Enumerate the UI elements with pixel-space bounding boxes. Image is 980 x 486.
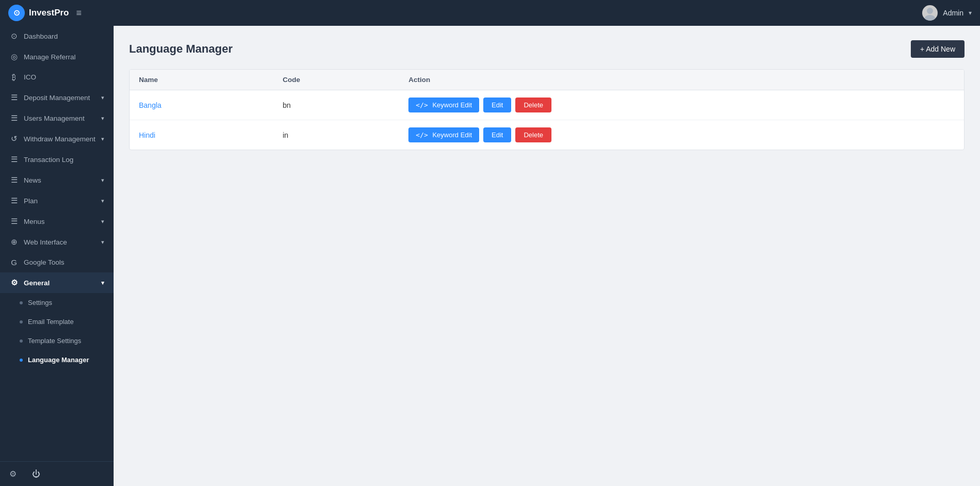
sidebar-item-label: Dashboard — [24, 33, 58, 40]
chevron-down-icon: ▾ — [101, 136, 104, 142]
sidebar-item-dashboard[interactable]: ⊙ Dashboard — [0, 26, 114, 46]
main-content: Language Manager + Add New Name Code Act… — [114, 26, 980, 486]
sidebar-item-plan[interactable]: ☰ Plan ▾ — [0, 190, 114, 211]
dashboard-icon: ⊙ — [9, 31, 19, 41]
transaction-icon: ☰ — [9, 155, 19, 164]
sidebar-item-template-settings[interactable]: Template Settings — [0, 331, 114, 350]
sidebar-item-google-tools[interactable]: G Google Tools — [0, 252, 114, 272]
svg-point-1 — [925, 15, 935, 21]
google-icon: G — [9, 258, 19, 267]
sidebar-item-withdraw-management[interactable]: ↺ Withdraw Management ▾ — [0, 128, 114, 149]
sub-dot-icon — [20, 320, 23, 323]
add-new-button[interactable]: + Add New — [911, 40, 965, 58]
chevron-down-icon: ▾ — [101, 280, 104, 286]
table-row: Banglabn</> Keyword EditEditDelete — [130, 90, 964, 120]
sidebar-item-label: Plan — [24, 197, 38, 205]
sidebar-item-label: News — [24, 176, 41, 184]
topbar-right: Admin ▾ — [922, 5, 972, 21]
chevron-down-icon: ▾ — [101, 115, 104, 122]
sidebar-item-deposit-management[interactable]: ☰ Deposit Management ▾ — [0, 87, 114, 108]
power-icon[interactable]: ⏻ — [32, 469, 40, 479]
sidebar-item-general[interactable]: ⚙ General ▾ — [0, 272, 114, 293]
chevron-down-icon: ▾ — [101, 239, 104, 246]
page-header: Language Manager + Add New — [129, 40, 965, 58]
withdraw-icon: ↺ — [9, 134, 19, 143]
sidebar-item-label: Manage Referral — [24, 53, 76, 61]
cell-name: Bangla — [130, 90, 273, 120]
hamburger-icon[interactable]: ≡ — [76, 8, 82, 19]
sidebar-item-label: Deposit Management — [24, 94, 90, 102]
cell-code: bn — [273, 90, 399, 120]
admin-label: Admin — [943, 9, 963, 17]
ico-icon: ₿ — [9, 73, 19, 82]
logo-icon: ⊙ — [8, 5, 25, 21]
col-name: Name — [130, 70, 273, 90]
sidebar-item-transaction-log[interactable]: ☰ Transaction Log — [0, 149, 114, 170]
keyword-edit-button-1[interactable]: </> Keyword Edit — [408, 127, 479, 142]
sidebar-item-label: Settings — [28, 299, 52, 306]
settings-bottom-icon[interactable]: ⚙ — [9, 469, 17, 479]
admin-chevron-icon[interactable]: ▾ — [969, 9, 972, 17]
layout: ⊙ Dashboard ◎ Manage Referral ₿ ICO ☰ De… — [0, 26, 980, 486]
sidebar-item-language-manager[interactable]: Language Manager — [0, 350, 114, 369]
sidebar-item-label: Template Settings — [28, 337, 81, 345]
sub-dot-icon — [20, 339, 23, 343]
app-logo: ⊙ InvestPro — [8, 5, 69, 21]
chevron-down-icon: ▾ — [101, 94, 104, 101]
sidebar-item-label: Menus — [24, 218, 45, 225]
sidebar-item-label: General — [24, 279, 50, 287]
sidebar-item-ico[interactable]: ₿ ICO — [0, 67, 114, 87]
sub-dot-icon — [20, 301, 23, 304]
svg-point-0 — [927, 8, 933, 14]
sidebar-item-label: ICO — [24, 73, 36, 81]
web-icon: ⊕ — [9, 237, 19, 247]
sidebar-item-web-interface[interactable]: ⊕ Web Interface ▾ — [0, 232, 114, 252]
cell-action: </> Keyword EditEditDelete — [399, 120, 964, 150]
table-row: Hindiin</> Keyword EditEditDelete — [130, 120, 964, 150]
referral-icon: ◎ — [9, 52, 19, 61]
language-table-container: Name Code Action Banglabn</> Keyword Edi… — [129, 69, 965, 150]
sidebar-item-label: Transaction Log — [24, 156, 73, 164]
users-icon: ☰ — [9, 114, 19, 123]
page-title: Language Manager — [129, 42, 232, 56]
language-table: Name Code Action Banglabn</> Keyword Edi… — [130, 70, 964, 150]
general-icon: ⚙ — [9, 278, 19, 287]
sidebar-item-settings[interactable]: Settings — [0, 293, 114, 312]
edit-button-0[interactable]: Edit — [483, 98, 511, 112]
sidebar-item-label: Web Interface — [24, 238, 67, 246]
keyword-edit-button-0[interactable]: </> Keyword Edit — [408, 98, 479, 112]
admin-avatar — [922, 5, 938, 21]
chevron-down-icon: ▾ — [101, 198, 104, 204]
deposit-icon: ☰ — [9, 93, 19, 102]
delete-button-1[interactable]: Delete — [515, 127, 551, 142]
action-group: </> Keyword EditEditDelete — [408, 127, 955, 142]
col-code: Code — [273, 70, 399, 90]
menus-icon: ☰ — [9, 217, 19, 226]
delete-button-0[interactable]: Delete — [515, 98, 551, 112]
col-action: Action — [399, 70, 964, 90]
sidebar-bottom: ⚙ ⏻ — [0, 461, 114, 486]
action-group: </> Keyword EditEditDelete — [408, 98, 955, 112]
sidebar-item-label: Google Tools — [24, 258, 65, 266]
topbar-left: ⊙ InvestPro ≡ — [8, 5, 82, 21]
cell-code: in — [273, 120, 399, 150]
chevron-down-icon: ▾ — [101, 218, 104, 225]
news-icon: ☰ — [9, 175, 19, 185]
cell-action: </> Keyword EditEditDelete — [399, 90, 964, 120]
app-name: InvestPro — [29, 8, 69, 18]
sidebar-item-label: Withdraw Management — [24, 135, 96, 143]
sidebar-item-news[interactable]: ☰ News ▾ — [0, 170, 114, 190]
sidebar-item-manage-referral[interactable]: ◎ Manage Referral — [0, 46, 114, 67]
table-header-row: Name Code Action — [130, 70, 964, 90]
sidebar-item-label: Users Management — [24, 115, 85, 122]
edit-button-1[interactable]: Edit — [483, 127, 511, 142]
sidebar-item-users-management[interactable]: ☰ Users Management ▾ — [0, 108, 114, 128]
chevron-down-icon: ▾ — [101, 177, 104, 184]
sidebar: ⊙ Dashboard ◎ Manage Referral ₿ ICO ☰ De… — [0, 26, 114, 486]
cell-name: Hindi — [130, 120, 273, 150]
sidebar-item-email-template[interactable]: Email Template — [0, 312, 114, 331]
topbar: ⊙ InvestPro ≡ Admin ▾ — [0, 0, 980, 26]
sidebar-item-menus[interactable]: ☰ Menus ▾ — [0, 211, 114, 232]
sidebar-item-label: Email Template — [28, 318, 74, 326]
sub-dot-icon — [20, 359, 23, 362]
